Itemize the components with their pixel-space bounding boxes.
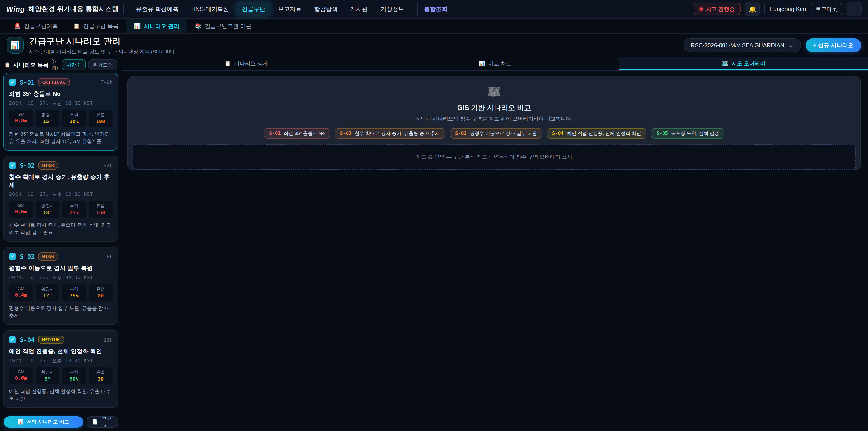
subtab-label: 시나리오 관리: [144, 22, 180, 30]
scenario-time-offset: T+2h: [101, 163, 113, 168]
scenario-chip[interactable]: S-01 좌현 35° 충돌로 No: [264, 128, 330, 138]
report-button-label: 보고서: [101, 415, 113, 429]
scenario-chip[interactable]: S-04 예인 작업 진행중, 선체 안정화 확인: [547, 128, 647, 138]
chip-row: S-01 좌현 35° 충돌로 No S-02 침수 확대로 경사 증가, 유출…: [264, 128, 725, 138]
severity-badge: HIGH: [38, 161, 58, 170]
card-header: S-04 MEDIUM T+12h: [9, 336, 113, 344]
nav-item[interactable]: 보고자료: [272, 2, 307, 16]
scenario-description: 평형수 이동으로 경사 일부 복원. 유출률 감소 추세.: [9, 304, 113, 319]
scenario-list-title: 시나리오 목록: [13, 61, 49, 69]
checkbox-checked-icon[interactable]: [9, 79, 16, 86]
report-button[interactable]: 📄 보고서: [87, 416, 118, 428]
scenario-card[interactable]: S-03 HIGH T+6h 평형수 이동으로 경사 일부 복원 2024. 1…: [3, 247, 119, 325]
new-scenario-button[interactable]: + 신규 시나리오: [806, 38, 862, 52]
scenario-title: 좌현 35° 충돌로 No: [9, 90, 113, 98]
bell-icon: 🔔: [749, 5, 756, 13]
main-tab[interactable]: 📊 비교 차트: [371, 57, 619, 70]
metric-box: GM 0.4m: [9, 284, 33, 301]
scenario-card[interactable]: S-04 MEDIUM T+12h 예인 작업 진행중, 선체 안정화 확인 2…: [3, 330, 119, 408]
clipboard-icon: 📋: [4, 62, 10, 68]
scenario-time-offset: T+6h: [101, 254, 113, 259]
nav-item[interactable]: HNS·대기확산: [185, 2, 235, 16]
menu-button[interactable]: ☰: [847, 2, 862, 17]
scenario-description: 좌현 35° 충돌로 No.1P 화물탱크 파공, 벙커C유 유출 개시. 좌현…: [9, 130, 113, 145]
scenario-chip[interactable]: S-03 평형수 이동으로 경사 일부 복원: [450, 128, 542, 138]
checkbox-checked-icon[interactable]: [9, 253, 16, 260]
nav-item[interactable]: 항공탐색: [308, 2, 344, 16]
chevron-down-icon: ⌄: [789, 42, 794, 48]
chip-scenario-label: 목포항 도착, 선체 안정: [671, 130, 719, 136]
metric-label: GM: [9, 369, 33, 374]
subtab[interactable]: 🚨 긴급구난예측: [6, 19, 66, 33]
scenario-id: S-03: [20, 253, 35, 260]
scenario-datetime: 2024. 10. 27. 오전 10:30 KST: [9, 100, 113, 106]
content-area: 📋 시나리오 목록 (5개) 시간순 위험도순 S-01 CRITICAL T+…: [0, 57, 868, 431]
subtab[interactable]: 📚 긴급구난모델 이론: [187, 19, 259, 33]
main-tab[interactable]: 🗺️ 지도 오버레이: [619, 57, 868, 70]
metric-label: 유출: [89, 369, 113, 375]
case-select-dropdown[interactable]: RSC-2026-001·M/V SEA GUARDIAN ⌄: [684, 38, 801, 52]
notifications-button[interactable]: 🔔: [745, 2, 760, 17]
scenario-list-header: 📋 시나리오 목록 (5개) 시간순 위험도순: [3, 57, 119, 73]
scenario-title: 평형수 이동으로 경사 일부 복원: [9, 264, 113, 272]
nav-item[interactable]: 유출유 확산예측: [130, 2, 184, 16]
metric-value: 0.4m: [9, 292, 33, 298]
metric-value: 25%: [62, 210, 86, 215]
scenario-chip[interactable]: S-02 침수 확대로 경사 증가, 유출량 증가 추세: [335, 128, 445, 138]
sort-by-risk-button[interactable]: 위험도순: [88, 59, 117, 70]
user-name: Eunjeong Kim: [770, 6, 806, 13]
metric-value: 15°: [36, 119, 60, 124]
nav-item[interactable]: 기상정보: [375, 2, 410, 16]
scenario-time-offset: T+12h: [98, 337, 113, 343]
scenario-chip[interactable]: S-05 목포항 도착, 선체 안정: [651, 128, 724, 138]
metric-label: 유출: [89, 286, 113, 292]
metric-value: 30%: [62, 119, 86, 124]
metric-label: GM: [9, 286, 33, 291]
hamburger-menu-icon: ☰: [851, 5, 857, 13]
bar-chart-icon: 📊: [18, 419, 24, 425]
metric-label: 부력: [62, 203, 86, 209]
main-tab-label: 비교 차트: [488, 60, 512, 67]
bar-chart-icon: 📊: [10, 41, 20, 50]
compare-scenarios-button[interactable]: 📊 선택 시나리오 비교: [4, 416, 83, 428]
main-tab[interactable]: 📋 시나리오 상세: [122, 57, 371, 70]
chip-scenario-label: 평형수 이동으로 경사 일부 복원: [470, 130, 537, 136]
divider: [765, 4, 765, 14]
subtab[interactable]: 📊 시나리오 관리: [126, 19, 187, 33]
metric-box: 부력 25%: [62, 201, 86, 218]
page-header-actions: RSC-2026-001·M/V SEA GUARDIAN ⌄ + 신규 시나리…: [684, 38, 861, 52]
checkbox-checked-icon[interactable]: [9, 162, 16, 169]
topnav-right: 사고 진행중 🔔 Eunjeong Kim 로그아웃 ☰: [694, 2, 862, 17]
scenario-list: S-01 CRITICAL T+0h 좌현 35° 충돌로 No 2024. 1…: [3, 73, 119, 413]
scenario-description: 예인 작업 진행중, 선체 안정화 확인. 유출 대부분 차단.: [9, 388, 113, 402]
map-placeholder-text: 지도 뷰 영역 — 구난 분석 지도와 연동하여 침수 구역 오버레이 표시: [416, 153, 572, 160]
logout-button[interactable]: 로그아웃: [811, 3, 842, 16]
page-subtitle: 시간 단계별 시나리오 비교·검토 및 구난 의사결정 지원 (SFR-009): [29, 49, 174, 55]
subtab[interactable]: 📋 긴급구난 목록: [66, 19, 126, 33]
nav-item-integrated-search[interactable]: 통합조회: [417, 2, 454, 16]
metric-box: 유출 30: [89, 368, 113, 384]
brand: Wing 해양환경 위기대응 통합시스템: [6, 4, 119, 13]
metric-box: GM 0.6m: [9, 368, 33, 384]
page-icon-box: 📊: [7, 37, 24, 54]
metric-box: 부력 35%: [62, 284, 86, 301]
scenario-card[interactable]: S-01 CRITICAL T+0h 좌현 35° 충돌로 No 2024. 1…: [3, 73, 119, 151]
main-nav: 유출유 확산예측HNS·대기확산긴급구난보고자료항공탐색게시판기상정보: [130, 2, 410, 16]
metric-box: 유출 150: [89, 201, 113, 218]
metric-box: 부력 50%: [62, 368, 86, 384]
nav-item[interactable]: 긴급구난: [236, 2, 271, 16]
metric-label: 횡경사: [36, 286, 60, 292]
gis-overlay-panel: 🗺️ GIS 기반 시나리오 비교 선택된 시나리오의 침수 구역을 지도 위에…: [127, 76, 861, 171]
chip-scenario-id: S-01: [269, 131, 281, 136]
sort-by-time-button[interactable]: 시간순: [62, 59, 86, 70]
sort-controls: 시간순 위험도순: [62, 59, 117, 70]
checkbox-checked-icon[interactable]: [9, 336, 16, 343]
main-tab-bar: 📋 시나리오 상세 📊 비교 차트 🗺️ 지도 오버레이: [122, 57, 868, 70]
main-tab-icon: 📋: [224, 61, 231, 67]
severity-badge: MEDIUM: [38, 336, 64, 344]
metric-value: 150: [89, 210, 113, 215]
nav-item[interactable]: 게시판: [344, 2, 374, 16]
metric-box: 횡경사 18°: [36, 201, 60, 218]
scenario-card[interactable]: S-02 HIGH T+2h 침수 확대로 경사 증가, 유출량 증가 추세 2…: [3, 156, 119, 242]
metric-label: 유출: [89, 112, 113, 118]
